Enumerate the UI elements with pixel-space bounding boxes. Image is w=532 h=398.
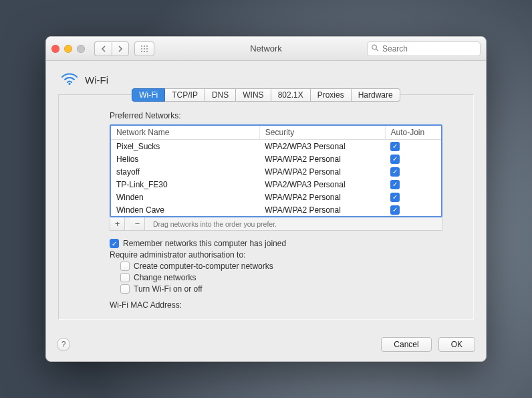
cell-security: WPA2/WPA3 Personal [259, 178, 385, 191]
svg-point-7 [144, 51, 145, 52]
help-button[interactable]: ? [57, 338, 70, 351]
cell-name: Winden [111, 191, 259, 203]
table-row[interactable]: Winden CaveWPA/WPA2 Personal✓ [111, 203, 441, 216]
drag-hint: Drag networks into the order you prefer. [150, 220, 277, 228]
cell-autojoin: ✓ [385, 203, 441, 216]
tab-proxies[interactable]: Proxies [311, 88, 352, 102]
autojoin-checkbox[interactable]: ✓ [390, 142, 400, 151]
panel-header: Wi-Fi [61, 72, 474, 88]
autojoin-checkbox[interactable]: ✓ [390, 155, 400, 164]
autojoin-checkbox[interactable]: ✓ [390, 167, 400, 177]
cell-security: WPA/WPA2 Personal [259, 203, 385, 216]
traffic-lights [51, 45, 85, 53]
admin-opt-row[interactable]: Change networks [120, 273, 465, 282]
autojoin-checkbox[interactable]: ✓ [390, 205, 400, 215]
cell-name: stayoff [111, 165, 259, 178]
grid-icon [140, 45, 148, 53]
tab-wins[interactable]: WINS [236, 88, 271, 102]
table-row[interactable]: HeliosWPA/WPA2 Personal✓ [111, 153, 441, 165]
titlebar: Network [46, 37, 486, 61]
svg-point-1 [144, 45, 145, 47]
cell-autojoin: ✓ [385, 191, 441, 203]
panel-name: Wi-Fi [85, 74, 108, 86]
zoom-icon[interactable] [77, 45, 85, 53]
cell-name: TP-Link_FE30 [111, 178, 259, 191]
table-row[interactable]: TP-Link_FE30WPA2/WPA3 Personal✓ [111, 178, 441, 191]
close-icon[interactable] [51, 45, 59, 53]
cell-autojoin: ✓ [385, 140, 441, 153]
cell-security: WPA/WPA2 Personal [259, 191, 385, 203]
col-autojoin[interactable]: Auto-Join [385, 126, 441, 140]
cell-name: Pixel_Sucks [111, 140, 259, 153]
admin-opt-row[interactable]: Create computer-to-computer networks [120, 262, 465, 271]
table-row[interactable]: stayoffWPA/WPA2 Personal✓ [111, 165, 441, 178]
mac-label: Wi-Fi MAC Address: [110, 300, 182, 310]
cell-autojoin: ✓ [385, 153, 441, 165]
ok-button[interactable]: OK [438, 337, 475, 352]
svg-point-0 [141, 45, 142, 47]
add-network-button[interactable]: + [110, 217, 125, 230]
admin-opt-checkbox[interactable] [120, 273, 130, 282]
admin-opt-label: Turn Wi-Fi on or off [134, 284, 203, 294]
svg-line-10 [376, 49, 378, 51]
cell-security: WPA2/WPA3 Personal [259, 140, 385, 153]
preferred-networks-table[interactable]: Network Name Security Auto-Join Pixel_Su… [110, 124, 442, 217]
search-input[interactable] [367, 41, 481, 56]
admin-opt-checkbox[interactable] [120, 262, 130, 271]
admin-auth-label: Require administrator authorisation to: [110, 250, 465, 260]
cell-name: Winden Cave [111, 203, 259, 216]
chevron-right-icon [118, 45, 123, 52]
tab-bar: Wi-Fi TCP/IP DNS WINS 802.1X Proxies Har… [67, 88, 465, 102]
tab-tcpip[interactable]: TCP/IP [165, 88, 205, 102]
cell-autojoin: ✓ [385, 178, 441, 191]
admin-opt-checkbox[interactable] [120, 284, 130, 294]
chevron-left-icon [101, 45, 106, 52]
admin-opt-label: Create computer-to-computer networks [134, 262, 273, 271]
svg-point-6 [141, 51, 142, 52]
forward-button[interactable] [112, 41, 129, 56]
table-row[interactable]: WindenWPA/WPA2 Personal✓ [111, 191, 441, 203]
network-preferences-window: Network Wi-Fi Wi-Fi TCP/IP DNS WINS 802.… [45, 36, 487, 362]
cancel-button[interactable]: Cancel [381, 337, 431, 352]
col-network-name[interactable]: Network Name [111, 126, 259, 140]
search-icon [371, 43, 379, 54]
minimize-icon[interactable] [64, 45, 72, 53]
remember-row[interactable]: ✓ Remember networks this computer has jo… [110, 239, 465, 248]
mac-address-row: Wi-Fi MAC Address: [110, 300, 465, 310]
table-row[interactable]: Pixel_SucksWPA2/WPA3 Personal✓ [111, 140, 441, 153]
remember-checkbox[interactable]: ✓ [110, 239, 119, 248]
admin-opt-label: Change networks [134, 273, 196, 282]
autojoin-checkbox[interactable]: ✓ [390, 180, 400, 189]
cell-security: WPA/WPA2 Personal [259, 165, 385, 178]
svg-point-8 [146, 51, 148, 52]
col-security[interactable]: Security [259, 126, 385, 140]
preferred-networks-label: Preferred Networks: [110, 111, 465, 120]
tab-hardware[interactable]: Hardware [352, 88, 400, 102]
svg-point-4 [144, 48, 145, 49]
admin-opt-row[interactable]: Turn Wi-Fi on or off [120, 284, 465, 294]
remove-network-button[interactable]: − [130, 217, 145, 230]
tab-dns[interactable]: DNS [205, 88, 236, 102]
cell-name: Helios [111, 153, 259, 165]
svg-point-9 [372, 45, 377, 49]
svg-point-5 [146, 48, 148, 49]
svg-point-3 [141, 48, 142, 49]
tab-8021x[interactable]: 802.1X [271, 88, 311, 102]
back-button[interactable] [94, 41, 112, 56]
autojoin-checkbox[interactable]: ✓ [390, 193, 400, 202]
svg-point-11 [68, 83, 70, 85]
svg-point-2 [146, 45, 148, 47]
cell-security: WPA/WPA2 Personal [259, 153, 385, 165]
cell-autojoin: ✓ [385, 165, 441, 178]
wifi-icon [61, 72, 78, 88]
show-all-button[interactable] [134, 41, 154, 56]
remember-label: Remember networks this computer has join… [123, 239, 286, 248]
tab-wifi[interactable]: Wi-Fi [132, 88, 165, 102]
nav-back-forward [94, 41, 129, 56]
